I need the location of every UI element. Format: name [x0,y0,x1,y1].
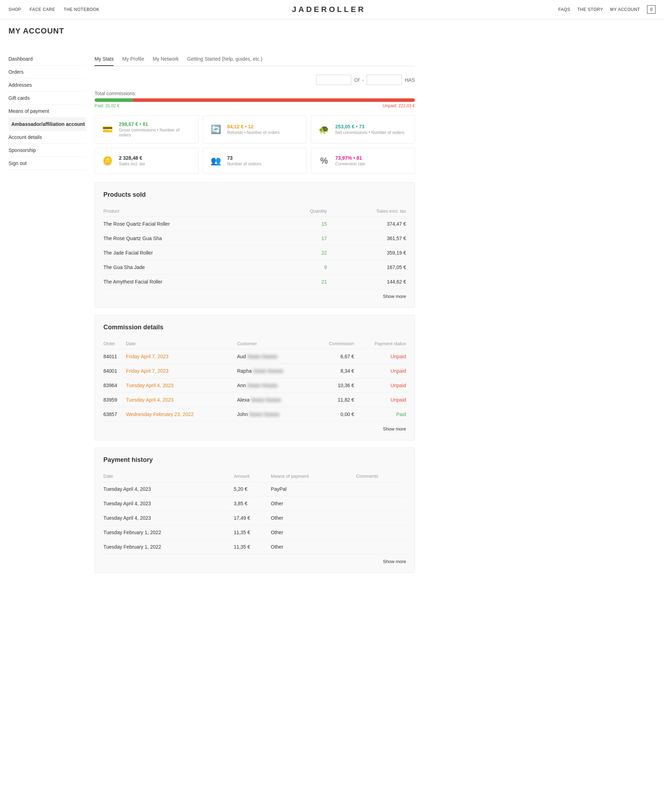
page-container: Dashboard Orders Addresses Gift cards Me… [0,44,423,588]
product-name-0: The Rose Quartz Facial Roller [103,217,281,231]
sidebar-item-sponsorship[interactable]: Sponsorship [8,144,86,157]
top-nav-right: FAQS THE STORY MY ACCOUNT 0 [558,5,656,14]
col-ph-date: Date [103,471,234,482]
col-payment-status: Payment status [354,338,406,349]
col-quantity: Quantity [281,206,327,217]
sidebar-item-sign-out[interactable]: Sign out [8,157,86,170]
nav-notebook[interactable]: THE NOTEBOOK [64,7,99,12]
comm-order-4: 63857 [103,407,126,422]
sidebar-item-gift-cards[interactable]: Gift cards [8,92,86,105]
product-row-2: The Jade Facial Roller 22 359,19 € [103,246,406,260]
comm-customer-3: Alexa Xxxxx Xxxxxx [237,393,313,407]
sidebar-item-account-details[interactable]: Account details [8,131,86,144]
comm-date-3: Tuesday April 4, 2023 [126,393,237,407]
stat-card-0: 💳 298,67 € • 81 Gross commissions • Numb… [94,115,199,143]
payment-date-2: Tuesday April 4, 2023 [103,511,234,525]
payment-amount-4: 11,35 € [234,540,270,554]
main-content: My Stats My Profile My Network Getting S… [94,52,415,580]
commission-details-title: Commission details [103,324,406,331]
top-navigation: SHOP FACE CARE THE NOTEBOOK JADEROLLER F… [0,0,664,19]
sidebar-item-dashboard[interactable]: Dashboard [8,52,86,66]
stat-card-5: % 73,97% • 81 Conversion rate [311,148,415,174]
payment-show-more[interactable]: Show more [103,554,406,564]
comm-amount-2: 10,36 € [313,378,354,393]
filter-has-label: HAS [405,77,415,83]
product-row-4: The Amythest Facial Roller 21 144,62 € [103,274,406,289]
stat-icon-1: 🔄 [209,122,223,136]
comm-date-0: Friday April 7, 2023 [126,349,237,364]
commission-row-2: 83964 Tuesday April 4, 2023 Ann Xxxxx Xx… [103,378,406,393]
stat-icon-2: 🐢 [317,122,331,136]
commission-row-1: 84001 Friday April 7, 2023 Rapha Xxxxx X… [103,364,406,378]
tab-my-profile[interactable]: My Profile [122,52,144,66]
tab-my-stats[interactable]: My Stats [94,52,114,66]
filter-dash: - [362,77,364,83]
commission-details-table: Order Date Customer Commission Payment s… [103,338,406,422]
comm-customer-2: Ann Xxxxx Xxxxxx [237,378,313,393]
payment-comments-1 [356,497,406,511]
payment-means-1: Other [271,497,356,511]
comm-date-4: Wednesday February 23, 2022 [126,407,237,422]
nav-face-care[interactable]: FACE CARE [29,7,55,12]
commission-row-3: 83959 Tuesday April 4, 2023 Alexa Xxxxx … [103,393,406,407]
stat-icon-4: 👥 [209,154,223,168]
stat-icon-3: 🪙 [101,154,115,168]
col-ph-amount: Amount [234,471,270,482]
nav-faqs[interactable]: FAQS [558,7,570,12]
filter-to-input[interactable] [366,75,402,85]
nav-the-story[interactable]: THE STORY [577,7,603,12]
progress-bar [94,98,415,102]
sidebar-item-addresses[interactable]: Addresses [8,79,86,92]
comm-amount-0: 6,67 € [313,349,354,364]
nav-shop[interactable]: SHOP [8,7,21,12]
commission-details-section: Commission details Order Date Customer C… [94,315,415,440]
commission-show-more[interactable]: Show more [103,422,406,432]
stat-value-4: 73 [227,155,262,161]
col-sales: Sales excl. tax [327,206,406,217]
product-name-1: The Rose Quartz Gua Sha [103,231,281,246]
payment-row-1: Tuesday April 4, 2023 3,85 € Other [103,497,406,511]
col-customer: Customer [237,338,313,349]
payment-comments-4 [356,540,406,554]
comm-date-1: Friday April 7, 2023 [126,364,237,378]
stat-value-2: 253,05 € • 73 [335,124,404,129]
stat-value-3: 2 328,48 € [119,155,145,161]
payment-amount-3: 11,35 € [234,525,270,540]
payment-row-0: Tuesday April 4, 2023 5,20 € PayPal [103,482,406,497]
stat-card-3: 🪙 2 328,48 € Sales incl. tax [94,148,199,174]
tab-my-network[interactable]: My Network [153,52,179,66]
sidebar-item-ambassador[interactable]: Ambassador/affiliation account [8,118,86,131]
product-sales-2: 359,19 € [327,246,406,260]
sidebar-nav: Dashboard Orders Addresses Gift cards Me… [8,52,86,170]
product-name-2: The Jade Facial Roller [103,246,281,260]
nav-my-account[interactable]: MY ACCOUNT [610,7,640,12]
product-row-0: The Rose Quartz Facial Roller 15 374,47 … [103,217,406,231]
payment-means-4: Other [271,540,356,554]
payment-comments-2 [356,511,406,525]
comm-status-4: Paid [354,407,406,422]
comm-status-1: Unpaid [354,364,406,378]
filter-from-input[interactable] [316,75,352,85]
product-qty-4: 21 [281,274,327,289]
payment-comments-3 [356,525,406,540]
comm-order-2: 83964 [103,378,126,393]
brand-logo[interactable]: JADEROLLER [292,5,366,14]
sidebar-item-means-of-payment[interactable]: Means of payment [8,105,86,118]
cart-icon[interactable]: 0 [647,5,656,14]
tab-getting-started[interactable]: Getting Started (help, guides, etc.) [187,52,262,66]
payment-history-title: Payment history [103,456,406,464]
products-sold-title: Products sold [103,191,406,198]
stat-icon-5: % [317,154,331,168]
comm-amount-4: 0,00 € [313,407,354,422]
stat-card-2: 🐢 253,05 € • 73 Net commissions • Number… [311,115,415,143]
sidebar-item-orders[interactable]: Orders [8,66,86,79]
product-qty-0: 15 [281,217,327,231]
payment-comments-0 [356,482,406,497]
products-show-more[interactable]: Show more [103,289,406,299]
col-product: Product [103,206,281,217]
stat-value-5: 73,97% • 81 [335,155,365,161]
product-qty-1: 17 [281,231,327,246]
filter-of-label: Of [354,77,360,83]
comm-customer-1: Rapha Xxxxx Xxxxxx [237,364,313,378]
col-ph-means: Means of payment [271,471,356,482]
